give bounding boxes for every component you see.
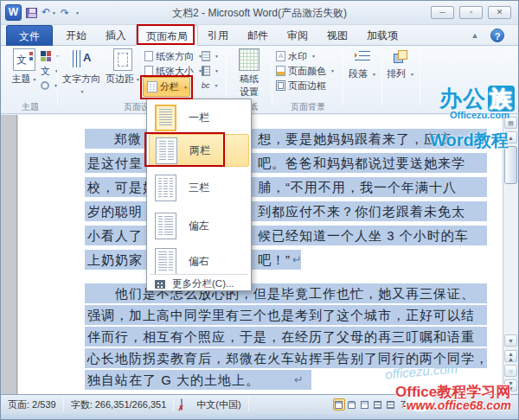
doc-line: 他们是不怎么放心的，但是毕竟工作也忙，她又再三保证、	[85, 283, 487, 303]
menu-item-right[interactable]: 偏右	[149, 245, 249, 277]
fullscreen-reading-view-icon[interactable]	[346, 398, 358, 410]
ribbon: 文 主题 文 主题 A 文字方向	[1, 46, 518, 114]
tab-references[interactable]: 引用	[198, 25, 238, 46]
vertical-scrollbar[interactable]: ▤ ▲ ▼ ▲▲ ○ ▼▼	[503, 115, 518, 394]
line-numbers-button[interactable]	[202, 64, 219, 78]
watermark-icon: A	[276, 51, 285, 61]
proofing-icon	[181, 398, 183, 410]
restore-button[interactable]: ▫	[459, 6, 483, 19]
minimize-ribbon-icon[interactable]: ▲	[470, 30, 480, 41]
theme-fonts-button[interactable]: 文	[41, 64, 59, 78]
theme-fonts-icon: 文	[41, 65, 50, 78]
page-color-label: 页面颜色	[288, 65, 326, 78]
minimize-button[interactable]: ─	[431, 6, 454, 19]
themes-group-label: 主题	[6, 101, 54, 113]
ribbon-tab-row: 文件 开始 插入 页面布局 引用 邮件 审阅 视图 加载项 ▲ ?	[1, 25, 518, 46]
doc-line: 强调，加上高中同学里有三个也是考到了这个城市，正好可以结	[85, 305, 487, 325]
next-page-icon[interactable]: ▼▼	[504, 379, 517, 391]
annotation-box-columns-button	[140, 75, 193, 99]
proofing-status[interactable]	[174, 399, 189, 410]
annotation-box-page-layout-tab	[137, 24, 195, 45]
language-indicator[interactable]: 中文(中国)	[189, 398, 247, 411]
paragraph-mark: ↵	[294, 370, 304, 390]
page-color-button[interactable]: 页面颜色	[276, 64, 335, 78]
breaks-button[interactable]	[202, 49, 219, 63]
tab-view[interactable]: 视图	[317, 25, 357, 46]
margins-icon	[113, 48, 132, 71]
previous-page-icon[interactable]: ▲▲	[504, 350, 517, 362]
arrange-group-button[interactable]: 排列	[385, 48, 416, 80]
grid-paper-label-2: 设置	[240, 86, 259, 97]
page-color-icon	[276, 66, 285, 76]
ruler-toggle-icon[interactable]: ▤	[504, 117, 517, 129]
menu-item-one-column[interactable]: 一栏	[149, 102, 249, 133]
arrange-label: 排列	[387, 68, 406, 79]
title-bar: W ↶ ↷ 文档2 - Microsoft Word(产品激活失败) ─ ▫ ✕	[1, 1, 518, 25]
text-direction-label: 文字方向	[62, 73, 100, 96]
tab-mailings[interactable]: 邮件	[238, 25, 278, 46]
view-switcher	[333, 398, 397, 410]
breaks-icon	[202, 51, 210, 61]
word-window: W ↶ ↷ 文档2 - Microsoft Word(产品激活失败) ─ ▫ ✕…	[0, 0, 519, 420]
tab-home[interactable]: 开始	[56, 25, 96, 46]
help-icon[interactable]: ?	[490, 29, 504, 42]
document-area: 郑微 想，要是她妈妈跟着来了，应该 是这付皇 吧。爸爸和妈妈都说过要送她来学 校…	[1, 115, 518, 394]
theme-effects-icon	[41, 81, 49, 90]
scroll-down-icon[interactable]: ▼	[504, 334, 517, 347]
scroll-up-icon[interactable]: ▲	[504, 131, 517, 143]
tab-review[interactable]: 审阅	[278, 25, 317, 46]
watermark-label: 水印	[288, 50, 307, 63]
grid-paper-button[interactable]: 稿纸 设置	[229, 48, 269, 99]
tab-insert[interactable]: 插入	[96, 25, 136, 46]
text-direction-button[interactable]: A 文字方向	[60, 48, 103, 96]
annotation-box-two-columns	[144, 132, 225, 167]
paragraph-label: 段落	[349, 68, 368, 79]
orientation-label: 纸张方向	[156, 50, 194, 63]
orientation-button[interactable]: 纸张方向	[144, 49, 202, 63]
menu-item-more-columns[interactable]: 更多分栏(C)...	[149, 277, 249, 291]
left-column-icon	[155, 213, 176, 239]
doc-line: 小看人了， 候已经知道一个人坐 3 个小时的车	[85, 226, 487, 245]
doc-line: 心长地防拐卖教育后，郑微在火车站挥手告别了同行的两个同学，	[85, 348, 487, 368]
orientation-icon	[144, 51, 153, 61]
theme-colors-icon	[41, 51, 51, 61]
theme-effects-button[interactable]	[41, 79, 58, 92]
doc-line: 岁的聪明 到都应付不来？你们老跟着未免太	[85, 201, 487, 221]
menu-separator	[150, 274, 248, 275]
more-columns-icon	[155, 280, 165, 289]
close-button[interactable]: ✕	[488, 6, 511, 19]
page-indicator[interactable]: 页面: 2/539	[1, 398, 63, 411]
themes-label: 主题	[12, 73, 37, 84]
page-borders-button[interactable]: 页面边框	[276, 79, 326, 92]
tab-addins[interactable]: 加载项	[357, 25, 407, 46]
themes-button[interactable]: 文 主题	[4, 48, 44, 86]
hyphenation-button[interactable]: bc	[202, 79, 218, 92]
margins-button[interactable]: 页边距	[105, 48, 141, 86]
scrollbar-thumb[interactable]	[504, 146, 517, 184]
three-columns-icon	[155, 175, 176, 201]
one-column-icon	[155, 105, 176, 131]
print-layout-view-icon[interactable]	[333, 398, 345, 410]
menu-item-three-columns[interactable]: 三栏	[149, 170, 249, 205]
zoom-level[interactable]: 77	[397, 399, 414, 410]
draft-view-icon[interactable]	[385, 398, 397, 410]
themes-icon: 文	[13, 48, 35, 71]
paragraph-icon	[354, 48, 371, 66]
select-browse-object-icon[interactable]: ○	[504, 365, 517, 377]
paragraph-mark: ↵	[292, 250, 301, 270]
grid-paper-icon	[239, 48, 260, 71]
watermark-button[interactable]: A 水印	[276, 49, 316, 63]
outline-view-icon[interactable]	[372, 398, 384, 410]
page-background-group-label: 页面背景	[276, 101, 340, 113]
right-column-icon	[155, 248, 176, 275]
columns-dropdown-menu: 一栏 两栏 三栏 偏左 偏右 更多分栏(C)...	[146, 99, 252, 291]
web-layout-view-icon[interactable]	[359, 398, 371, 410]
word-count[interactable]: 字数: 266,351/266,351	[64, 398, 174, 411]
tab-file[interactable]: 文件	[6, 25, 53, 46]
arrange-icon	[392, 48, 409, 66]
menu-item-left[interactable]: 偏左	[149, 208, 249, 243]
window-bottom-edge	[1, 414, 518, 420]
grid-paper-label-1: 稿纸	[240, 73, 259, 84]
paragraph-group-button[interactable]: 段落	[347, 48, 378, 80]
doc-line: 伴而行，相互有个照应，于是，在经历了父母的再三叮嘱和语重	[85, 327, 487, 347]
